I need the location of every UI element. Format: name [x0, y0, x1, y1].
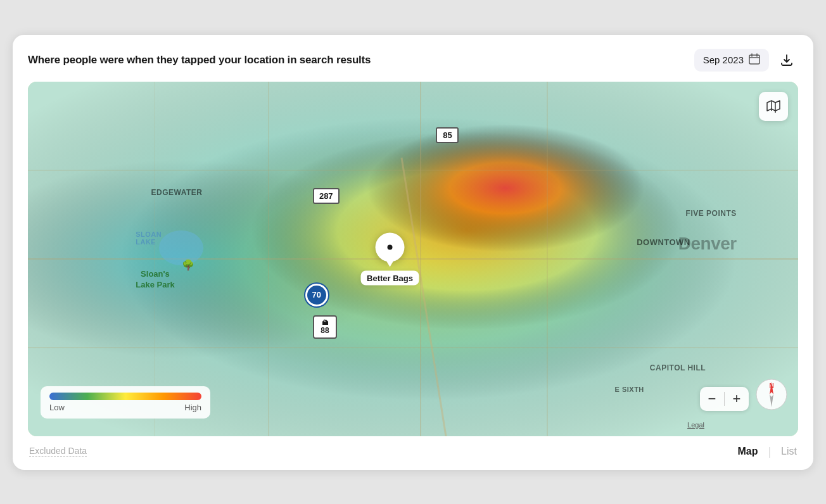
pin-bubble	[376, 232, 405, 261]
location-name: Better Bags	[360, 270, 419, 285]
header: Where people were when they tapped your …	[28, 49, 798, 72]
park-icon: 🌳	[182, 259, 194, 271]
legal-link[interactable]: Legal	[687, 421, 704, 429]
legend-gradient-bar	[49, 393, 201, 400]
header-controls: Sep 2023	[694, 49, 798, 72]
svg-rect-0	[749, 55, 759, 64]
sloans-lake-water	[159, 230, 203, 265]
footer: Excluded Data Map | List	[28, 445, 798, 458]
legend-high-label: High	[184, 403, 201, 412]
date-label: Sep 2023	[703, 54, 744, 65]
zoom-controls: − +	[700, 387, 749, 411]
view-list-button[interactable]: List	[781, 446, 797, 457]
svg-text:N: N	[769, 382, 773, 389]
legend-low-label: Low	[49, 403, 65, 412]
zoom-out-button[interactable]: −	[700, 387, 724, 411]
view-map-button[interactable]: Map	[737, 446, 758, 457]
zoom-in-button[interactable]: +	[725, 387, 749, 411]
map-container[interactable]: SloanLake 🌳 Sloan'sLake Park Edgewater F…	[28, 82, 798, 436]
calendar-icon	[749, 53, 760, 67]
pin-dot	[388, 244, 393, 249]
main-card: Where people were when they tapped your …	[13, 35, 813, 470]
map-layer-toggle-button[interactable]	[759, 92, 788, 121]
view-divider: |	[768, 445, 771, 458]
download-button[interactable]	[775, 49, 798, 72]
compass: N	[755, 378, 788, 411]
heatmap-legend: Low High	[41, 386, 210, 419]
date-picker-button[interactable]: Sep 2023	[694, 49, 769, 72]
page-title: Where people were when they tapped your …	[28, 54, 371, 66]
location-pin: Better Bags	[360, 232, 419, 285]
excluded-data-link[interactable]: Excluded Data	[29, 446, 87, 457]
legend-labels: Low High	[49, 403, 201, 412]
view-toggle: Map | List	[737, 445, 797, 458]
